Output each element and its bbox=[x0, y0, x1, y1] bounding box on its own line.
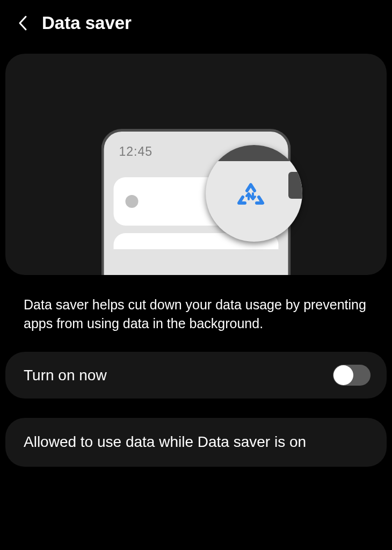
page-title: Data saver bbox=[42, 13, 132, 33]
description-text: Data saver helps cut down your data usag… bbox=[0, 275, 392, 352]
illustration-panel: 12:45 bbox=[5, 54, 387, 275]
header: Data saver bbox=[0, 0, 392, 46]
allowed-apps-label: Allowed to use data while Data saver is … bbox=[24, 432, 306, 453]
turn-on-label: Turn on now bbox=[24, 367, 107, 384]
turn-on-row[interactable]: Turn on now bbox=[5, 352, 387, 399]
battery-icon bbox=[288, 172, 302, 199]
toggle-knob bbox=[333, 365, 353, 385]
phone-dot bbox=[126, 195, 139, 208]
allowed-apps-row[interactable]: Allowed to use data while Data saver is … bbox=[5, 418, 387, 467]
turn-on-toggle[interactable] bbox=[333, 365, 371, 386]
magnifier-circle bbox=[206, 145, 302, 242]
data-saver-icon bbox=[235, 183, 266, 213]
back-icon[interactable] bbox=[16, 13, 29, 33]
